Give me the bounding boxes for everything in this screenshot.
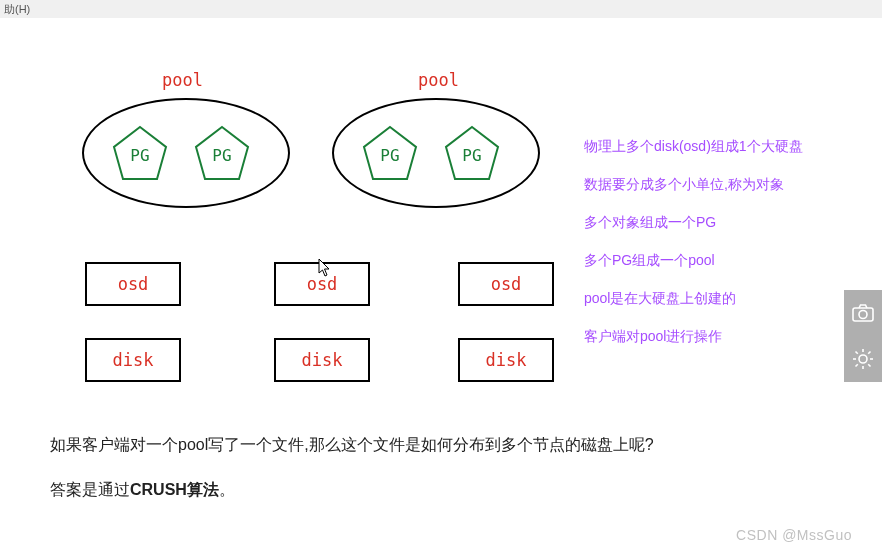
svg-line-13	[856, 364, 858, 366]
notes-panel: 物理上多个disk(osd)组成1个大硬盘 数据要分成多个小单位,称为对象 多个…	[584, 138, 834, 366]
pool-label-2: pool	[418, 70, 459, 90]
osd-box: osd	[85, 262, 181, 306]
svg-line-12	[868, 364, 870, 366]
side-toolbar	[844, 290, 882, 382]
disk-box: disk	[458, 338, 554, 382]
answer-bold: CRUSH算法	[130, 481, 219, 498]
osd-box: osd	[458, 262, 554, 306]
answer-prefix: 答案是通过	[50, 481, 130, 498]
settings-icon[interactable]	[844, 336, 882, 382]
note-line: 多个对象组成一个PG	[584, 214, 834, 232]
svg-line-11	[856, 352, 858, 354]
svg-line-14	[868, 352, 870, 354]
note-line: pool是在大硬盘上创建的	[584, 290, 834, 308]
svg-point-6	[859, 355, 867, 363]
note-line: 物理上多个disk(osd)组成1个大硬盘	[584, 138, 834, 156]
diagram-canvas: pool PG PG pool PG PG osd osd osd disk d…	[0, 18, 882, 549]
disk-box: disk	[85, 338, 181, 382]
svg-point-5	[859, 311, 867, 319]
answer-text: 答案是通过CRUSH算法。	[50, 478, 810, 502]
note-line: 数据要分成多个小单位,称为对象	[584, 176, 834, 194]
osd-box: osd	[274, 262, 370, 306]
menu-help[interactable]: 助(H)	[4, 3, 30, 15]
pool-ellipse-1	[82, 98, 290, 208]
note-line: 多个PG组成一个pool	[584, 252, 834, 270]
note-line: 客户端对pool进行操作	[584, 328, 834, 346]
menu-bar: 助(H)	[0, 0, 882, 18]
pool-ellipse-2	[332, 98, 540, 208]
disk-box: disk	[274, 338, 370, 382]
watermark: CSDN @MssGuo	[736, 527, 852, 543]
question-text: 如果客户端对一个pool写了一个文件,那么这个文件是如何分布到多个节点的磁盘上呢…	[50, 433, 810, 457]
camera-icon[interactable]	[844, 290, 882, 336]
pool-label-1: pool	[162, 70, 203, 90]
answer-suffix: 。	[219, 481, 235, 498]
